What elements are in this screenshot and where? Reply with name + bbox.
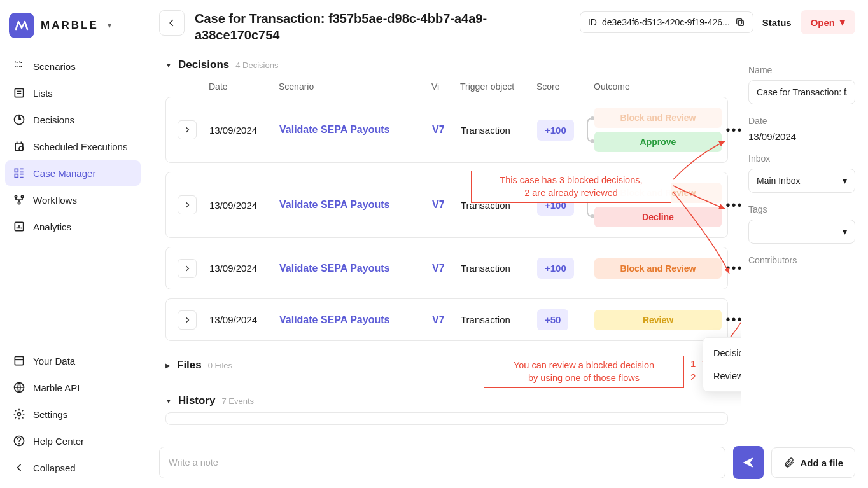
cell-scenario-link[interactable]: Validate SEPA Payouts bbox=[279, 263, 432, 274]
status-open-button[interactable]: Open▾ bbox=[801, 10, 855, 34]
history-row-preview bbox=[165, 412, 728, 425]
cell-trigger: Transaction bbox=[461, 314, 537, 325]
nav-item-decisions[interactable]: Decisions bbox=[5, 107, 141, 132]
nav-item-lists[interactable]: Lists bbox=[5, 80, 141, 106]
row-expand-button[interactable] bbox=[178, 120, 197, 139]
note-input[interactable]: Write a note bbox=[159, 447, 725, 478]
decision-row: 13/09/2024 Validate SEPA Payouts V7 Tran… bbox=[165, 97, 728, 163]
context-item-detail[interactable]: Decision detail bbox=[703, 342, 741, 365]
row-more-button[interactable]: ••• bbox=[722, 123, 741, 137]
details-tags-select[interactable]: ▾ bbox=[748, 220, 855, 244]
table-header: Date Scenario Vi Trigger object Score Ou… bbox=[165, 76, 728, 97]
col-score: Score bbox=[536, 81, 594, 92]
col-vi: Vi bbox=[431, 81, 460, 92]
nav-label: Lists bbox=[33, 88, 53, 99]
col-outcome: Outcome bbox=[594, 81, 721, 92]
details-tags-label: Tags bbox=[748, 204, 855, 214]
nav-item-your-data[interactable]: Your Data bbox=[5, 348, 141, 373]
annotation-bottom: You can review a blocked decision by usi… bbox=[484, 356, 684, 388]
nav-item-scenarios[interactable]: Scenarios bbox=[5, 53, 141, 79]
send-button[interactable] bbox=[733, 446, 764, 479]
details-date-value: 13/09/2024 bbox=[748, 131, 855, 142]
outcome-pill-decline: Decline bbox=[594, 207, 722, 227]
cell-scenario-link[interactable]: Validate SEPA Payouts bbox=[279, 124, 432, 136]
row-more-button[interactable]: ••• bbox=[722, 198, 741, 213]
caret-down-icon: ▼ bbox=[165, 62, 172, 69]
case-id-box[interactable]: ID de3e34f6-d513-420c-9f19-426... bbox=[580, 11, 753, 33]
nav-label: Decisions bbox=[33, 115, 74, 125]
svg-point-10 bbox=[18, 202, 20, 204]
details-inbox-select[interactable]: Main Inbox ▾ bbox=[748, 169, 855, 193]
outcome-pill-review: Review bbox=[594, 310, 722, 330]
nav-item-analytics[interactable]: Analytics bbox=[5, 214, 141, 239]
score-pill: +100 bbox=[537, 120, 574, 141]
nav-item-settings[interactable]: Settings bbox=[5, 401, 141, 427]
section-count: 0 Files bbox=[208, 361, 232, 370]
nav-item-help[interactable]: Help Center bbox=[5, 428, 141, 454]
main: Case for Transaction: f357b5ae-d98c-4bb7… bbox=[146, 0, 868, 488]
svg-point-20 bbox=[19, 443, 20, 444]
cell-trigger: Transaction bbox=[461, 125, 537, 136]
footer-bar: Write a note Add a file bbox=[146, 436, 868, 488]
nav-bottom: Your Data Marble API Settings Help Cente… bbox=[5, 348, 141, 480]
outcome-pill-block-review: Block and Review bbox=[594, 258, 722, 279]
nav-item-collapse[interactable]: Collapsed bbox=[5, 455, 141, 480]
nav-label: Scheduled Executions bbox=[33, 141, 127, 152]
decision-row: 13/09/2024 Validate SEPA Payouts V7 Tran… bbox=[165, 298, 728, 341]
annotation-top: This case has 3 blocked decisions, 2 are… bbox=[471, 171, 671, 203]
cell-scenario-link[interactable]: Validate SEPA Payouts bbox=[279, 314, 432, 326]
row-expand-button[interactable] bbox=[178, 259, 197, 278]
flow-connector bbox=[585, 114, 594, 146]
context-item-review[interactable]: Review decision bbox=[703, 365, 741, 387]
svg-point-18 bbox=[18, 413, 21, 416]
row-more-button[interactable]: ••• bbox=[722, 261, 741, 275]
outcome-column: Block and Review bbox=[594, 258, 722, 279]
id-prefix: ID bbox=[588, 17, 597, 27]
row-more-button[interactable]: ••• bbox=[722, 312, 741, 327]
copy-icon[interactable] bbox=[735, 17, 745, 27]
cell-date: 13/09/2024 bbox=[209, 200, 279, 211]
back-button[interactable] bbox=[159, 10, 185, 36]
cell-version: V7 bbox=[432, 199, 461, 211]
cell-version: V7 bbox=[432, 124, 461, 136]
section-count: 7 Events bbox=[221, 396, 254, 406]
nav-item-case-manager[interactable]: Case Manager bbox=[5, 160, 141, 186]
nav-label: Analytics bbox=[33, 221, 71, 232]
caret-down-icon: ▾ bbox=[840, 17, 845, 28]
cell-trigger: Transaction bbox=[461, 263, 537, 274]
open-label: Open bbox=[811, 17, 835, 28]
cell-version: V7 bbox=[432, 314, 461, 326]
nav-item-scheduled[interactable]: Scheduled Executions bbox=[5, 134, 141, 159]
header: Case for Transaction: f357b5ae-d98c-4bb7… bbox=[146, 0, 868, 53]
decision-row: 13/09/2024 Validate SEPA Payouts V7 Tran… bbox=[165, 247, 728, 289]
row-expand-button[interactable] bbox=[178, 195, 197, 214]
nav-label: Case Manager bbox=[33, 168, 95, 179]
col-date: Date bbox=[209, 81, 279, 92]
cell-date: 13/09/2024 bbox=[209, 314, 279, 325]
nav-label: Workflows bbox=[33, 195, 77, 206]
content: ▼ Decisions 4 Decisions Date Scenario Vi… bbox=[146, 53, 741, 488]
section-head-decisions[interactable]: ▼ Decisions 4 Decisions bbox=[165, 53, 728, 76]
brand-caret-icon[interactable]: ▾ bbox=[108, 21, 111, 30]
row-expand-button[interactable] bbox=[178, 310, 197, 330]
score-pill: +100 bbox=[537, 258, 574, 279]
content-row: ▼ Decisions 4 Decisions Date Scenario Vi… bbox=[146, 53, 868, 488]
details-date-label: Date bbox=[748, 116, 855, 126]
header-right: ID de3e34f6-d513-420c-9f19-426... Status… bbox=[580, 10, 855, 34]
section-head-history[interactable]: ▼ History 7 Events bbox=[165, 389, 728, 412]
caret-right-icon: ▶ bbox=[165, 362, 171, 369]
nav-item-workflows[interactable]: Workflows bbox=[5, 187, 141, 213]
cell-date: 13/09/2024 bbox=[209, 125, 279, 136]
cell-scenario-link[interactable]: Validate SEPA Payouts bbox=[279, 199, 432, 211]
brand-logo bbox=[9, 13, 34, 38]
details-name-input[interactable] bbox=[748, 80, 855, 104]
svg-rect-22 bbox=[736, 19, 741, 24]
decision-context-menu: Decision detail Review decision bbox=[703, 337, 741, 392]
nav-item-api[interactable]: Marble API bbox=[5, 375, 141, 400]
section-title: Decisions bbox=[178, 59, 229, 71]
id-value: de3e34f6-d513-420c-9f19-426... bbox=[602, 17, 730, 27]
svg-rect-21 bbox=[738, 20, 743, 25]
details-contributors-label: Contributors bbox=[748, 255, 855, 265]
add-file-button[interactable]: Add a file bbox=[771, 447, 855, 478]
brand[interactable]: MARBLE ▾ bbox=[5, 8, 141, 53]
